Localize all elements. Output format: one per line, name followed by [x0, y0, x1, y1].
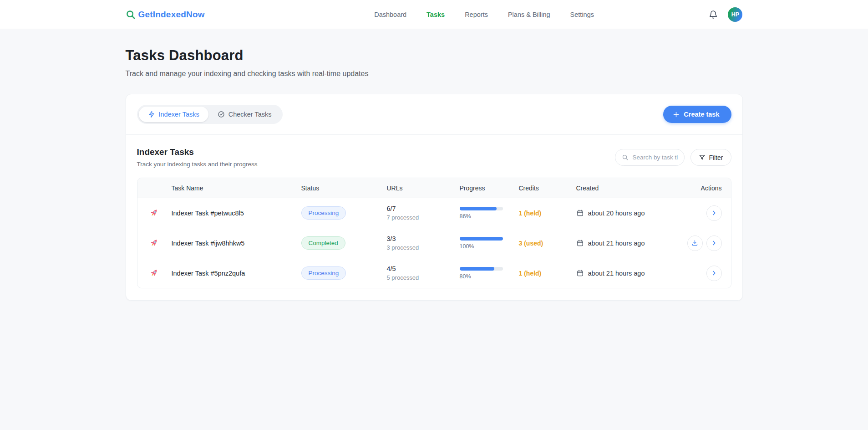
user-avatar[interactable]: HP — [728, 7, 742, 22]
credits-value: 1 (held) — [519, 210, 576, 217]
section-header: Indexer Tasks Track your indexing tasks … — [126, 135, 742, 178]
urls-count: 4/5 — [387, 265, 460, 272]
download-report-button[interactable] — [687, 235, 703, 251]
header-credits: Credits — [519, 184, 576, 192]
tab-checker-label: Checker Tasks — [228, 111, 272, 118]
progress-percent: 86% — [460, 213, 519, 220]
urls-processed: 3 processed — [387, 244, 460, 251]
status-badge: Processing — [301, 206, 346, 220]
urls-count: 6/7 — [387, 205, 460, 212]
task-name: Indexer Task #5pnz2qufa — [172, 270, 301, 277]
card-toolbar: Indexer Tasks Checker Tasks Create task — [126, 94, 742, 135]
progress-bar — [460, 267, 503, 271]
rocket-icon — [149, 268, 159, 278]
task-search — [615, 149, 685, 166]
urls-processed: 7 processed — [387, 214, 460, 221]
nav-item-reports[interactable]: Reports — [465, 11, 488, 18]
task-type-tabs: Indexer Tasks Checker Tasks — [137, 105, 283, 124]
main-content: Tasks Dashboard Track and manage your in… — [126, 47, 743, 301]
page-subtitle: Track and manage your indexing and check… — [126, 70, 743, 78]
search-icon — [126, 10, 136, 20]
header-status: Status — [301, 184, 387, 192]
brand-logo[interactable]: GetIndexedNow — [126, 10, 205, 20]
status-badge: Processing — [301, 266, 346, 280]
download-icon — [691, 240, 698, 246]
credits-value: 1 (held) — [519, 270, 576, 277]
header-task-name: Task Name — [172, 184, 301, 192]
header-actions: Actions — [681, 184, 731, 192]
plus-icon — [673, 111, 680, 118]
status-badge: Completed — [301, 236, 345, 250]
nav-item-dashboard[interactable]: Dashboard — [374, 11, 406, 18]
progress-bar — [460, 207, 503, 210]
created-time: about 21 hours ago — [588, 270, 645, 277]
header-urls: URLs — [387, 184, 460, 192]
tasks-table: Task Name Status URLs Progress Credits C… — [137, 178, 731, 288]
header-created: Created — [576, 184, 681, 192]
check-circle-icon — [218, 111, 225, 118]
table-row: Indexer Task #petwuc8l5 Processing 6/7 7… — [137, 198, 731, 228]
task-name: Indexer Task #petwuc8l5 — [172, 210, 301, 217]
view-details-button[interactable] — [706, 205, 722, 221]
rocket-icon — [149, 208, 159, 218]
table-header-row: Task Name Status URLs Progress Credits C… — [137, 178, 731, 198]
rocket-icon — [149, 238, 159, 248]
calendar-icon — [576, 239, 584, 247]
task-name: Indexer Task #ijw8hhkw5 — [172, 240, 301, 247]
header-progress: Progress — [460, 184, 519, 192]
section-subtitle: Track your indexing tasks and their prog… — [137, 161, 258, 168]
filter-label: Filter — [709, 154, 723, 161]
calendar-icon — [576, 209, 584, 217]
search-icon — [622, 154, 629, 161]
filter-button[interactable]: Filter — [690, 149, 731, 166]
created-time: about 21 hours ago — [588, 240, 645, 247]
page-title: Tasks Dashboard — [126, 47, 743, 64]
tab-indexer-label: Indexer Tasks — [159, 111, 199, 118]
created-cell: about 21 hours ago — [576, 269, 681, 277]
urls-processed: 5 processed — [387, 274, 460, 281]
tab-indexer-tasks[interactable]: Indexer Tasks — [139, 107, 208, 122]
chevron-right-icon — [711, 240, 717, 246]
bell-icon — [709, 10, 718, 19]
chevron-right-icon — [711, 270, 717, 276]
credits-value: 3 (used) — [519, 240, 576, 247]
brand-name: GetIndexedNow — [138, 10, 205, 20]
view-details-button[interactable] — [706, 235, 722, 251]
created-cell: about 21 hours ago — [576, 239, 681, 247]
nav-item-plans-billing[interactable]: Plans & Billing — [508, 11, 550, 18]
tasks-card: Indexer Tasks Checker Tasks Create task — [126, 94, 743, 301]
section-title: Indexer Tasks — [137, 147, 258, 157]
create-task-label: Create task — [684, 111, 719, 118]
top-navigation-bar: GetIndexedNow Dashboard Tasks Reports Pl… — [0, 0, 868, 29]
progress-bar — [460, 237, 503, 241]
table-row: Indexer Task #5pnz2qufa Processing 4/5 5… — [137, 258, 731, 288]
view-details-button[interactable] — [706, 266, 722, 281]
notifications-button[interactable] — [709, 10, 718, 19]
search-input[interactable] — [632, 154, 678, 161]
progress-percent: 80% — [460, 273, 519, 280]
progress-percent: 100% — [460, 243, 519, 250]
created-cell: about 20 hours ago — [576, 209, 681, 217]
tab-checker-tasks[interactable]: Checker Tasks — [208, 107, 281, 122]
nav-item-settings[interactable]: Settings — [570, 11, 594, 18]
chevron-right-icon — [711, 210, 717, 216]
table-row: Indexer Task #ijw8hhkw5 Completed 3/3 3 … — [137, 228, 731, 258]
created-time: about 20 hours ago — [588, 210, 645, 217]
create-task-button[interactable]: Create task — [663, 106, 731, 123]
filter-funnel-icon — [699, 154, 706, 161]
urls-count: 3/3 — [387, 235, 460, 242]
nav-item-tasks[interactable]: Tasks — [426, 11, 445, 18]
lightning-bolt-icon — [148, 111, 155, 118]
main-nav: Dashboard Tasks Reports Plans & Billing … — [374, 11, 594, 18]
calendar-icon — [576, 269, 584, 277]
